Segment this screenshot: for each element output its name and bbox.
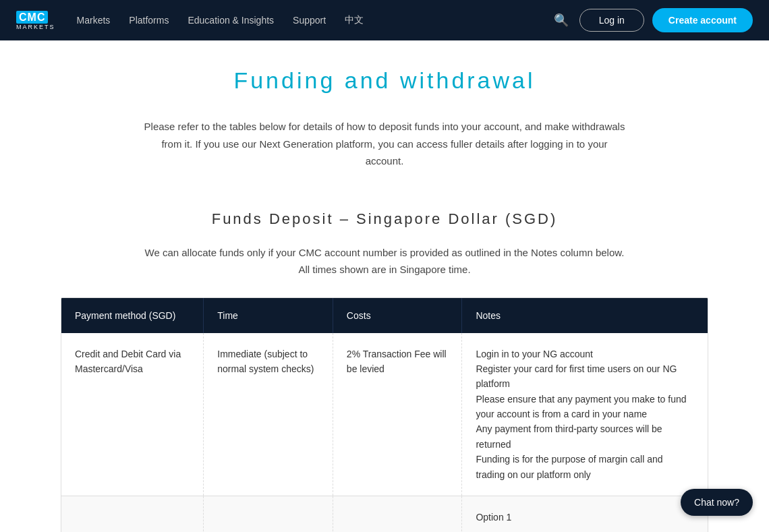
deposit-table-wrapper: Payment method (SGD) Time Costs Notes Cr… — [61, 297, 708, 533]
col-header-time: Time — [204, 298, 333, 333]
deposit-table: Payment method (SGD) Time Costs Notes Cr… — [61, 298, 708, 533]
nav-education[interactable]: Education & Insights — [188, 15, 274, 26]
cell-payment — [61, 496, 204, 532]
logo-text: CMC — [16, 11, 55, 23]
nav-markets[interactable]: Markets — [77, 15, 111, 26]
col-header-payment: Payment method (SGD) — [61, 298, 204, 333]
nav-links: Markets Platforms Education & Insights S… — [77, 14, 554, 26]
col-header-costs: Costs — [333, 298, 462, 333]
cell-notes: Option 1 — [462, 496, 708, 532]
page-title: Funding and withdrawal — [61, 67, 708, 94]
cell-notes: Login in to your NG accountRegister your… — [462, 333, 708, 496]
cell-costs: 2% Transaction Fee will be levied — [333, 333, 462, 496]
navigation: CMC MARKETS Markets Platforms Education … — [0, 0, 769, 40]
nav-support[interactable]: Support — [293, 15, 326, 26]
search-icon[interactable]: 🔍 — [554, 13, 569, 28]
logo[interactable]: CMC MARKETS — [16, 11, 55, 30]
section-title: Funds Deposit – Singapore Dollar (SGD) — [61, 210, 708, 228]
nav-actions: Log in Create account — [579, 8, 753, 32]
table-header-row: Payment method (SGD) Time Costs Notes — [61, 298, 708, 333]
col-header-notes: Notes — [462, 298, 708, 333]
intro-text: Please refer to the tables below for det… — [142, 118, 627, 170]
cell-time — [204, 496, 333, 532]
section-note: We can allocate funds only if your CMC a… — [61, 244, 708, 278]
cell-payment: Credit and Debit Card via Mastercard/Vis… — [61, 333, 204, 496]
cell-time: Immediate (subject to normal system chec… — [204, 333, 333, 496]
chat-button[interactable]: Chat now? — [681, 489, 753, 516]
nav-platforms[interactable]: Platforms — [129, 15, 169, 26]
create-account-button[interactable]: Create account — [652, 8, 753, 32]
main-content: Funding and withdrawal Please refer to t… — [47, 40, 722, 532]
cell-costs — [333, 496, 462, 532]
nav-chinese[interactable]: 中文 — [345, 14, 364, 26]
logo-subtitle: MARKETS — [16, 24, 55, 30]
table-row: Option 1 — [61, 496, 708, 532]
table-row: Credit and Debit Card via Mastercard/Vis… — [61, 333, 708, 496]
login-button[interactable]: Log in — [579, 9, 644, 32]
